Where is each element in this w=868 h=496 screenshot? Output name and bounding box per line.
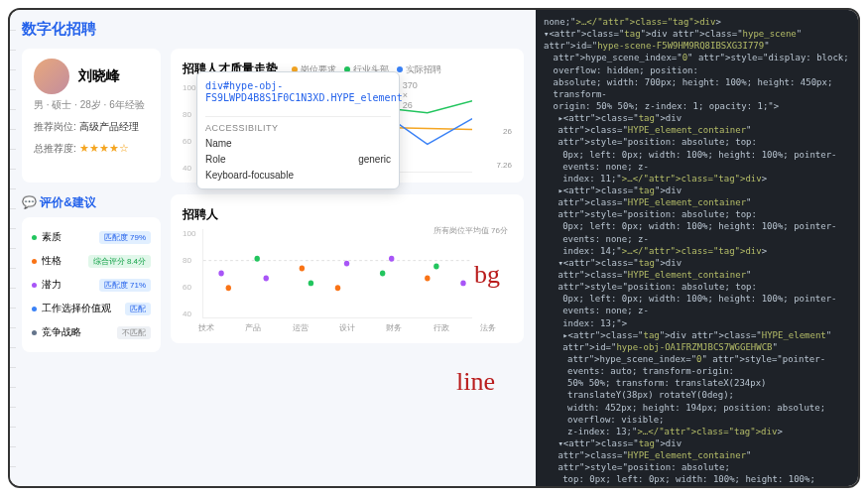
eval-item[interactable]: 性格综合评分 8.4分 (32, 249, 151, 273)
dom-node-line[interactable]: ▸<attr">class="tag">div attr">class="HYP… (544, 329, 850, 353)
svg-point-3 (254, 256, 259, 262)
svg-point-4 (264, 275, 269, 281)
svg-point-7 (344, 261, 349, 267)
dom-node-line[interactable]: index: 14;">…</"attr">class="tag">div> (544, 245, 850, 257)
eval-item[interactable]: 素质匹配度 79% (32, 225, 151, 249)
avatar (34, 59, 69, 94)
dom-node-line[interactable]: attr">hype_scene_index="0" attr">style="… (544, 353, 850, 377)
page-title: 数字化招聘 (22, 20, 524, 39)
dom-node-line[interactable]: 0px; left: 0px; width: 100%; height: 100… (544, 293, 850, 316)
dom-node-line[interactable]: ▸<attr">class="tag">div attr">class="HYP… (544, 185, 850, 220)
eval-list: 素质匹配度 79%性格综合评分 8.4分潜力匹配度 71%工作选择价值观匹配竞争… (22, 217, 161, 352)
svg-point-6 (309, 280, 313, 286)
profile-meta: 男 · 硕士 · 28岁 · 6年经验 (34, 98, 149, 112)
dom-node-line[interactable]: index: 13;"> (544, 317, 850, 329)
eval-section-title: 💬 评价&建议 (22, 194, 161, 211)
eval-item[interactable]: 工作选择价值观匹配 (32, 297, 151, 320)
svg-point-9 (380, 271, 385, 277)
tooltip-selector: div#hype-obj-FS9LWPD4B8S1F0C1N3XD.HYPE_e… (205, 80, 403, 104)
dom-node-line[interactable]: ▾<attr">class="tag">div attr">class="HYP… (544, 437, 850, 473)
dom-node-line[interactable]: ▾<attr">class="tag">div attr">class="HYP… (544, 257, 850, 293)
x-axis-labels: 技术产品运营设计财务行政法务 (183, 322, 512, 333)
scatter-chart-card: 招聘人 100806040 (171, 194, 524, 343)
tooltip-dimensions: 370 × 26 (403, 80, 418, 110)
profile-card: 刘晓峰 男 · 硕士 · 28岁 · 6年经验 推荐岗位: 高级产品经理 总推荐… (22, 49, 161, 183)
ruler (10, 10, 16, 486)
dom-node-line[interactable]: index: 11;">…</"attr">class="tag">div> (544, 173, 850, 185)
dom-node-line[interactable]: width: 452px; height: 194px; position: a… (544, 402, 850, 426)
dom-node-line[interactable]: origin: 50% 50%; z-index: 1; opacity: 1;… (544, 100, 850, 112)
dom-node-line[interactable]: 0px; left: 0px; width: 100%; height: 100… (544, 149, 850, 173)
eval-item[interactable]: 潜力匹配度 71% (32, 273, 151, 297)
dom-node-line[interactable]: z-index: 13;">…</"attr">class="tag">div> (544, 426, 850, 437)
svg-point-5 (300, 266, 305, 272)
inspector-tooltip: div#hype-obj-FS9LWPD4B8S1F0C1N3XD.HYPE_e… (196, 71, 400, 189)
svg-point-13 (460, 280, 465, 286)
svg-point-10 (389, 256, 394, 262)
dom-node-line[interactable]: 50% 50%; transform: translateX(234px) tr… (544, 377, 850, 401)
svg-point-8 (335, 285, 340, 291)
dom-node-line[interactable]: top: 0px; left: 0px; width: 100%; height… (544, 473, 850, 486)
dom-node-line[interactable]: attr">hype_scene_index="0" attr">style="… (544, 52, 850, 75)
svg-point-1 (218, 271, 223, 277)
profile-name: 刘晓峰 (78, 67, 120, 85)
dom-node-line[interactable]: 0px; left: 0px; width: 100%; height: 100… (544, 220, 850, 244)
devtools-elements-panel[interactable]: none;">…</"attr">class="tag">div>▾<attr"… (536, 10, 858, 486)
eval-item[interactable]: 竞争战略不匹配 (32, 320, 151, 344)
dom-node-line[interactable]: ▾<attr">class="tag">div attr">class="hyp… (544, 28, 850, 52)
star-rating: ★★★★☆ (79, 142, 129, 154)
dom-node-line[interactable]: absolute; width: 700px; height: 100%; he… (544, 76, 850, 100)
dom-node-line[interactable]: none;">…</"attr">class="tag">div> (544, 16, 850, 28)
svg-point-11 (425, 275, 430, 281)
scatter-plot[interactable] (202, 229, 472, 318)
svg-point-2 (226, 285, 231, 291)
dom-node-line[interactable]: ▸<attr">class="tag">div attr">class="HYP… (544, 112, 850, 148)
dashboard-panel: 数字化招聘 刘晓峰 男 · 硕士 · 28岁 · 6年经验 推荐岗位: 高级产品… (10, 10, 536, 486)
svg-point-12 (434, 264, 438, 270)
